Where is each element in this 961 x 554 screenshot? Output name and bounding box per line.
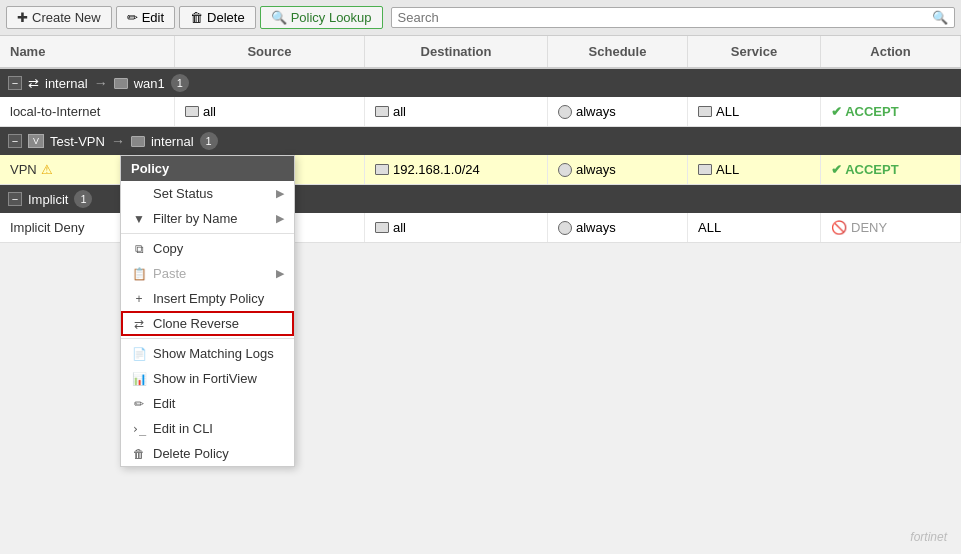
- plus-icon: ✚: [17, 10, 28, 25]
- section-to-label: internal: [151, 134, 194, 149]
- paste-label: Paste: [153, 266, 270, 281]
- context-menu: Policy Set Status ▶ ▼ Filter by Name ▶ ⧉…: [120, 155, 295, 467]
- section-internal-wan1[interactable]: − ⇄ internal → wan1 1: [0, 69, 961, 97]
- delete-policy-label: Delete Policy: [153, 446, 284, 461]
- search-icon: 🔍: [271, 10, 287, 25]
- context-menu-delete-policy[interactable]: 🗑 Delete Policy: [121, 441, 294, 466]
- row-schedule: always: [548, 213, 688, 242]
- row-schedule: always: [548, 97, 688, 126]
- edit-label: Edit: [142, 10, 164, 25]
- section-testvpn-internal[interactable]: − V Test-VPN → internal 1: [0, 127, 961, 155]
- col-action: Action: [821, 36, 961, 67]
- arrow-icon: →: [111, 133, 125, 149]
- section-toggle-internal-wan1[interactable]: −: [8, 76, 22, 90]
- context-menu-edit[interactable]: ✏ Edit: [121, 391, 294, 416]
- clone-reverse-icon: ⇄: [131, 317, 147, 331]
- table-row[interactable]: local-to-Internet all all always ALL ✔ A…: [0, 97, 961, 127]
- policy-lookup-label: Policy Lookup: [291, 10, 372, 25]
- row-name: local-to-Internet: [0, 97, 175, 126]
- arrow-icon: →: [94, 75, 108, 91]
- service-icon: [698, 106, 712, 117]
- submenu-arrow-icon: ▶: [276, 187, 284, 200]
- create-new-button[interactable]: ✚ Create New: [6, 6, 112, 29]
- context-menu-edit-cli[interactable]: ›_ Edit in CLI: [121, 416, 294, 441]
- context-menu-set-status[interactable]: Set Status ▶: [121, 181, 294, 206]
- monitor-icon: [375, 222, 389, 233]
- policy-lookup-button[interactable]: 🔍 Policy Lookup: [260, 6, 383, 29]
- copy-label: Copy: [153, 241, 284, 256]
- section-badge: 1: [171, 74, 189, 92]
- monitor-icon: [185, 106, 199, 117]
- context-menu-insert-empty[interactable]: + Insert Empty Policy: [121, 286, 294, 311]
- search-container: 🔍: [391, 7, 955, 28]
- edit-icon: ✏: [127, 10, 138, 25]
- cli-icon: ›_: [131, 422, 147, 436]
- col-name: Name: [0, 36, 175, 67]
- filter-label: Filter by Name: [153, 211, 270, 226]
- section-label: Implicit: [28, 192, 68, 207]
- row-service: ALL: [688, 155, 821, 184]
- clone-reverse-label: Clone Reverse: [153, 316, 284, 331]
- separator-2: [121, 338, 294, 339]
- row-source: all: [175, 97, 365, 126]
- deny-icon: 🚫: [831, 220, 847, 235]
- edit-label: Edit: [153, 396, 284, 411]
- edit-button[interactable]: ✏ Edit: [116, 6, 175, 29]
- insert-icon: +: [131, 292, 147, 306]
- section-toggle-testvpn[interactable]: −: [8, 134, 22, 148]
- context-menu-paste[interactable]: 📋 Paste ▶: [121, 261, 294, 286]
- row-action: 🚫 DENY: [821, 213, 961, 242]
- submenu-arrow-icon: ▶: [276, 267, 284, 280]
- delete-button[interactable]: 🗑 Delete: [179, 6, 256, 29]
- context-menu-show-matching-logs[interactable]: 📄 Show Matching Logs: [121, 341, 294, 366]
- paste-icon: 📋: [131, 267, 147, 281]
- col-source: Source: [175, 36, 365, 67]
- col-destination: Destination: [365, 36, 548, 67]
- separator-1: [121, 233, 294, 234]
- context-menu-clone-reverse[interactable]: ⇄ Clone Reverse: [121, 311, 294, 336]
- direction-icon: ⇄: [28, 76, 39, 91]
- edit-icon: ✏: [131, 397, 147, 411]
- create-new-label: Create New: [32, 10, 101, 25]
- insert-empty-label: Insert Empty Policy: [153, 291, 284, 306]
- schedule-icon: [558, 105, 572, 119]
- schedule-icon: [558, 163, 572, 177]
- copy-icon: ⧉: [131, 242, 147, 256]
- vpn-icon: V: [28, 134, 44, 148]
- delete-label: Delete: [207, 10, 245, 25]
- monitor-icon: [375, 106, 389, 117]
- context-menu-filter-by-name[interactable]: ▼ Filter by Name ▶: [121, 206, 294, 231]
- row-action: ✔ ACCEPT: [821, 97, 961, 126]
- row-service: ALL: [688, 97, 821, 126]
- section-toggle-implicit[interactable]: −: [8, 192, 22, 206]
- schedule-icon: [558, 221, 572, 235]
- section-badge: 1: [74, 190, 92, 208]
- fortiview-icon: 📊: [131, 372, 147, 386]
- monitor-icon: [114, 78, 128, 89]
- service-icon: [698, 164, 712, 175]
- edit-cli-label: Edit in CLI: [153, 421, 284, 436]
- row-action: ✔ ACCEPT: [821, 155, 961, 184]
- row-destination: all: [365, 213, 548, 242]
- monitor-icon: [131, 136, 145, 147]
- filter-icon: ▼: [131, 212, 147, 226]
- section-from-label: Test-VPN: [50, 134, 105, 149]
- context-menu-title: Policy: [121, 156, 294, 181]
- delete-icon: 🗑: [190, 10, 203, 25]
- context-menu-show-fortiview[interactable]: 📊 Show in FortiView: [121, 366, 294, 391]
- row-destination: all: [365, 97, 548, 126]
- col-service: Service: [688, 36, 821, 67]
- section-badge: 1: [200, 132, 218, 150]
- monitor-icon: [375, 164, 389, 175]
- col-schedule: Schedule: [548, 36, 688, 67]
- search-input[interactable]: [398, 10, 932, 25]
- section-from-label: internal: [45, 76, 88, 91]
- warning-icon: ⚠: [41, 162, 53, 177]
- search-submit-icon[interactable]: 🔍: [932, 10, 948, 25]
- delete-policy-icon: 🗑: [131, 447, 147, 461]
- logs-icon: 📄: [131, 347, 147, 361]
- toolbar: ✚ Create New ✏ Edit 🗑 Delete 🔍 Policy Lo…: [0, 0, 961, 36]
- set-status-label: Set Status: [153, 186, 270, 201]
- context-menu-copy[interactable]: ⧉ Copy: [121, 236, 294, 261]
- show-fortiview-label: Show in FortiView: [153, 371, 284, 386]
